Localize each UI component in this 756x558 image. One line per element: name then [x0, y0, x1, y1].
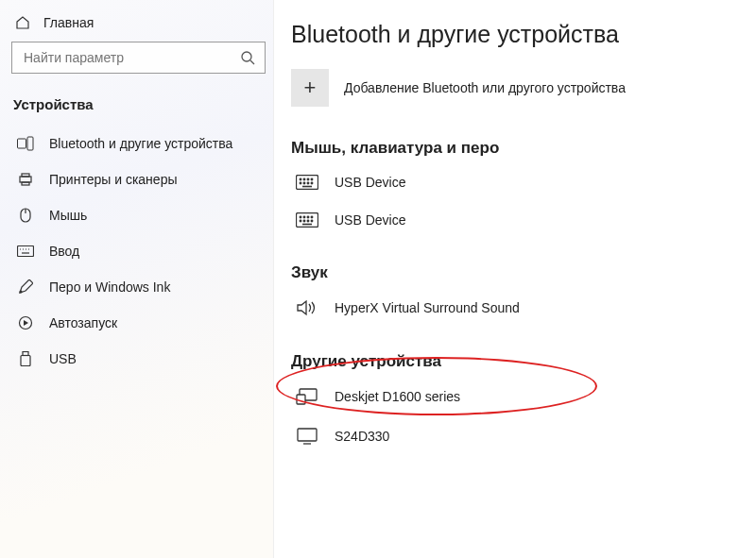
svg-point-31: [303, 216, 305, 218]
svg-rect-6: [22, 182, 29, 185]
svg-point-27: [311, 182, 313, 184]
sidebar: Главная Устройства Bluetooth и другие ус…: [0, 0, 274, 558]
device-name: USB Device: [335, 212, 405, 228]
svg-point-33: [311, 216, 313, 218]
device-row[interactable]: USB Device: [291, 201, 737, 239]
device-row[interactable]: USB Device: [291, 163, 737, 201]
device-name: USB Device: [335, 175, 405, 190]
sidebar-item-bluetooth[interactable]: Bluetooth и другие устройства: [11, 126, 266, 161]
svg-point-25: [303, 182, 305, 184]
svg-point-21: [303, 178, 305, 180]
group-sound: Звук HyperX Virtual Surround Sound: [291, 263, 737, 328]
search-icon: [240, 50, 255, 65]
svg-rect-41: [298, 429, 317, 441]
svg-rect-17: [23, 352, 28, 356]
device-icon: [295, 388, 319, 405]
mouse-icon: [17, 208, 34, 223]
group-mouse-keyboard: Мышь, клавиатура и перо USB Device: [291, 139, 737, 239]
search-input[interactable]: [22, 49, 240, 66]
sidebar-item-autoplay[interactable]: Автозапуск: [11, 305, 266, 341]
svg-point-23: [311, 178, 313, 180]
sidebar-item-label: Автозапуск: [49, 315, 117, 330]
svg-point-30: [300, 216, 301, 218]
monitor-icon: [295, 428, 319, 445]
group-title: Другие устройства: [291, 352, 737, 371]
svg-point-24: [300, 182, 301, 184]
sidebar-item-usb[interactable]: USB: [11, 341, 266, 377]
home-label: Главная: [43, 15, 94, 30]
sidebar-item-label: Принтеры и сканеры: [49, 172, 177, 187]
svg-point-0: [242, 52, 251, 61]
sidebar-section-title: Устройства: [11, 91, 266, 126]
sidebar-item-label: Перо и Windows Ink: [49, 279, 170, 295]
device-row[interactable]: Deskjet D1600 series: [291, 377, 737, 416]
printer-icon: [17, 172, 34, 187]
sidebar-item-label: Bluetooth и другие устройства: [49, 136, 232, 151]
svg-rect-18: [21, 356, 30, 366]
keyboard-icon: [295, 212, 319, 228]
plus-icon: +: [291, 69, 329, 107]
svg-rect-5: [22, 174, 29, 177]
pen-icon: [17, 279, 34, 295]
usb-icon: [17, 351, 34, 366]
svg-point-35: [303, 220, 305, 222]
sidebar-item-mouse[interactable]: Мышь: [11, 197, 266, 233]
sidebar-item-label: Мышь: [49, 208, 87, 223]
sidebar-item-label: USB: [49, 351, 77, 366]
svg-point-20: [300, 178, 301, 180]
search-box[interactable]: [11, 42, 266, 74]
sidebar-item-typing[interactable]: Ввод: [11, 233, 266, 269]
svg-rect-40: [297, 395, 305, 404]
group-other: Другие устройства Deskjet D1600 series S…: [291, 352, 737, 456]
svg-point-36: [307, 220, 309, 222]
sidebar-item-pen[interactable]: Перо и Windows Ink: [11, 269, 266, 305]
keyboard-icon: [17, 245, 34, 257]
home-icon: [15, 15, 30, 30]
add-device-button[interactable]: + Добавление Bluetooth или другого устро…: [291, 69, 737, 107]
svg-point-32: [307, 216, 309, 218]
group-title: Мышь, клавиатура и перо: [291, 139, 737, 158]
main-panel: Bluetooth и другие устройства + Добавлен…: [274, 0, 756, 558]
svg-rect-3: [27, 137, 33, 150]
speaker-icon: [295, 299, 319, 316]
svg-point-37: [311, 220, 313, 222]
home-link[interactable]: Главная: [11, 9, 266, 38]
device-row[interactable]: HyperX Virtual Surround Sound: [291, 288, 737, 328]
svg-line-1: [250, 60, 254, 64]
device-row[interactable]: S24D330: [291, 416, 737, 456]
svg-point-34: [300, 220, 301, 222]
device-name: Deskjet D1600 series: [335, 389, 460, 404]
keyboard-icon: [295, 175, 319, 190]
add-device-label: Добавление Bluetooth или другого устройс…: [344, 80, 626, 95]
group-title: Звук: [291, 263, 737, 282]
page-title: Bluetooth и другие устройства: [291, 21, 737, 48]
sidebar-item-printers[interactable]: Принтеры и сканеры: [11, 161, 266, 197]
svg-point-26: [307, 182, 309, 184]
bluetooth-devices-icon: [17, 136, 34, 151]
svg-rect-2: [18, 139, 26, 148]
device-name: S24D330: [335, 429, 389, 444]
svg-point-22: [307, 178, 309, 180]
autoplay-icon: [17, 315, 34, 330]
svg-point-15: [20, 291, 22, 293]
device-name: HyperX Virtual Surround Sound: [335, 300, 520, 315]
sidebar-item-label: Ввод: [49, 244, 79, 259]
svg-rect-9: [18, 246, 34, 257]
svg-rect-4: [20, 177, 31, 182]
